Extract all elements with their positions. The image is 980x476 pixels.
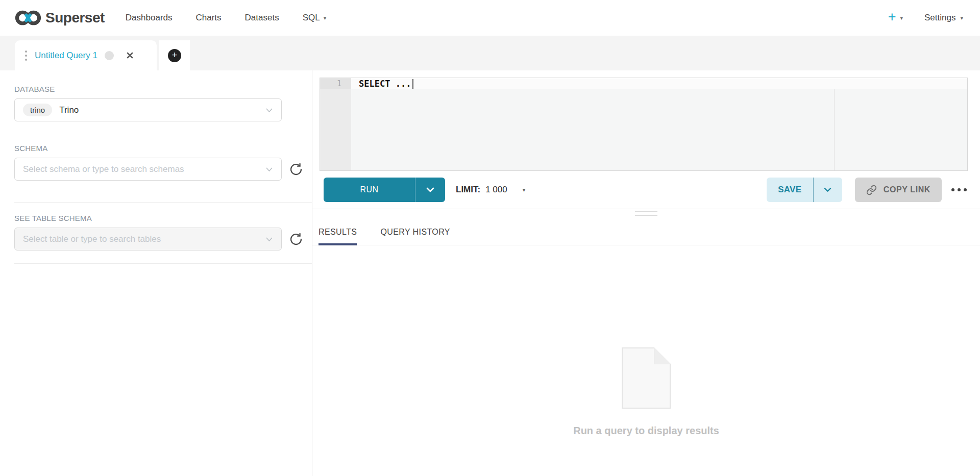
close-tab-icon[interactable]	[126, 52, 134, 59]
divider	[14, 263, 312, 264]
query-tabbar: Untitled Query 1 +	[0, 36, 980, 70]
sql-rest: ...	[390, 79, 411, 89]
sql-code-editor[interactable]: 1 SELECT ...	[320, 78, 968, 171]
caret-down-icon: ▾	[324, 15, 327, 21]
nav-item-datasets[interactable]: Datasets	[233, 0, 291, 36]
table-placeholder: Select table or type to search tables	[23, 234, 161, 244]
link-icon	[866, 185, 877, 195]
chevron-down-icon	[265, 237, 273, 242]
divider	[14, 202, 312, 203]
save-options-button[interactable]	[813, 178, 842, 202]
more-actions-icon[interactable]	[950, 185, 968, 194]
nav-item-sql[interactable]: SQL ▾	[291, 0, 338, 36]
drag-handle-icon[interactable]	[24, 48, 28, 63]
copy-link-button[interactable]: COPY LINK	[855, 178, 942, 202]
query-tab-active[interactable]: Untitled Query 1	[15, 40, 157, 70]
nav-menu: Dashboards Charts Datasets SQL ▾	[114, 0, 338, 36]
chevron-down-icon	[265, 108, 273, 113]
results-tabbar: RESULTS QUERY HISTORY	[312, 217, 980, 245]
tab-query-history[interactable]: QUERY HISTORY	[380, 222, 450, 245]
caret-down-icon: ▾	[900, 15, 903, 21]
schema-select[interactable]: Select schema or type to search schemas	[14, 158, 282, 181]
sql-editor-pane: 1 SELECT ... RUN LIMIT: 1 000 ▾	[312, 70, 980, 476]
pane-resize-handle[interactable]	[312, 209, 980, 217]
line-number: 1	[320, 78, 351, 89]
editor-gutter: 1	[320, 78, 351, 170]
run-button-label[interactable]: RUN	[324, 178, 415, 202]
editor-wrap: 1 SELECT ...	[312, 70, 980, 171]
superset-logo[interactable]: Superset	[15, 9, 105, 27]
editor-active-line: SELECT ...	[351, 78, 967, 89]
limit-label: LIMIT:	[456, 185, 480, 195]
chevron-down-icon	[265, 167, 273, 172]
caret-down-icon: ▾	[523, 187, 526, 193]
schema-placeholder: Select schema or type to search schemas	[23, 164, 184, 174]
schema-label: SCHEMA	[14, 144, 312, 153]
run-button[interactable]: RUN	[324, 178, 445, 202]
table-schema-label: SEE TABLE SCHEMA	[14, 214, 312, 222]
save-button[interactable]: SAVE	[767, 178, 842, 202]
sql-keyword: SELECT	[359, 79, 390, 89]
refresh-tables-icon[interactable]	[289, 232, 303, 246]
limit-value: 1 000	[485, 185, 507, 195]
empty-state-message: Run a query to display results	[573, 425, 719, 437]
database-label: DATABASE	[14, 85, 312, 93]
database-select[interactable]: trino Trino	[14, 98, 282, 121]
save-button-label[interactable]: SAVE	[767, 178, 813, 202]
nav-item-charts[interactable]: Charts	[184, 0, 233, 36]
print-margin-line	[834, 89, 835, 170]
text-cursor	[412, 79, 413, 89]
nav-item-dashboards[interactable]: Dashboards	[114, 0, 184, 36]
toolbar-right: SAVE COPY LINK	[767, 178, 968, 202]
refresh-schemas-icon[interactable]	[289, 162, 303, 177]
settings-menu[interactable]: Settings ▾	[924, 13, 963, 23]
sql-lab-left-panel: DATABASE trino Trino SCHEMA Select schem…	[0, 70, 312, 476]
copy-link-label: COPY LINK	[884, 185, 930, 194]
results-empty-state: Run a query to display results	[312, 245, 980, 476]
nav-right: + ▾ Settings ▾	[888, 12, 963, 24]
caret-down-icon: ▾	[960, 15, 963, 21]
query-tab-title: Untitled Query 1	[35, 51, 97, 61]
brand-name: Superset	[45, 10, 105, 26]
empty-document-icon	[622, 347, 671, 409]
run-options-button[interactable]	[415, 178, 445, 202]
editor-code-area[interactable]: SELECT ...	[351, 78, 967, 170]
add-tab-button[interactable]: +	[168, 49, 181, 62]
database-name: Trino	[59, 105, 79, 115]
plus-icon: +	[888, 10, 896, 24]
navbar: Superset Dashboards Charts Datasets SQL …	[0, 0, 980, 36]
new-item-menu[interactable]: + ▾	[888, 12, 903, 24]
editor-toolbar: RUN LIMIT: 1 000 ▾ SAVE	[312, 171, 980, 209]
table-select[interactable]: Select table or type to search tables	[14, 228, 282, 250]
query-status-dot	[105, 51, 114, 60]
tab-results[interactable]: RESULTS	[318, 222, 357, 245]
row-limit-control[interactable]: LIMIT: 1 000 ▾	[456, 185, 525, 195]
superset-infinity-icon	[15, 9, 41, 27]
main-area: DATABASE trino Trino SCHEMA Select schem…	[0, 70, 980, 476]
add-tab-section: +	[159, 40, 190, 70]
database-type-badge: trino	[23, 104, 52, 116]
